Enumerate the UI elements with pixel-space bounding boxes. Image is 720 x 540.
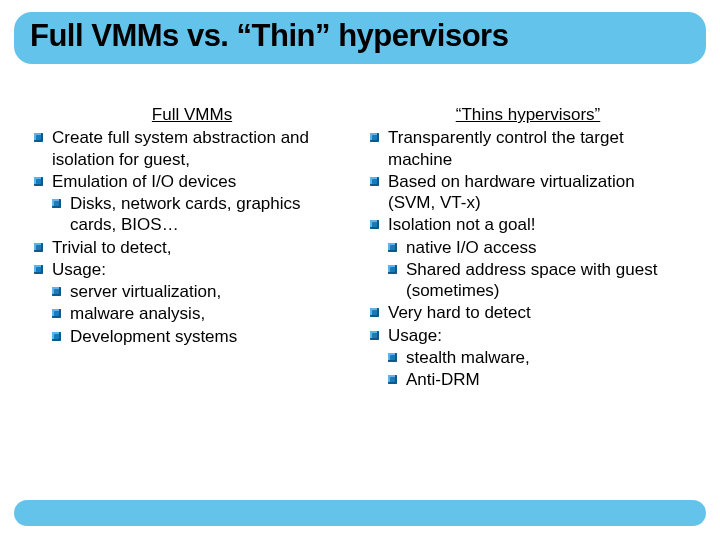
list-item-text: Transparently control the target machine (388, 128, 624, 168)
list-item: Transparently control the target machine (370, 127, 686, 170)
list-item-text: Anti-DRM (406, 370, 480, 389)
title-bar: Full VMMs vs. “Thin” hypervisors (14, 12, 706, 64)
left-heading: Full VMMs (34, 104, 350, 125)
list-item-text: Disks, network cards, graphics cards, BI… (70, 194, 301, 234)
list-item-text: stealth malware, (406, 348, 530, 367)
list-item-text: Usage: (52, 260, 106, 279)
sub-list: native I/O accessShared address space wi… (388, 237, 686, 302)
list-item-text: Emulation of I/O devices (52, 172, 236, 191)
sub-list: stealth malware,Anti-DRM (388, 347, 686, 391)
list-item: Usage:server virtualization,malware anal… (34, 259, 350, 347)
sub-list: server virtualization,malware analysis,D… (52, 281, 350, 347)
list-item-text: Isolation not a goal! (388, 215, 535, 234)
right-heading: “Thins hypervisors” (370, 104, 686, 125)
list-item: server virtualization, (52, 281, 350, 302)
list-item: Create full system abstraction and isola… (34, 127, 350, 170)
left-list: Create full system abstraction and isola… (34, 127, 350, 347)
list-item-text: Shared address space with guest (sometim… (406, 260, 657, 300)
list-item-text: Trivial to detect, (52, 238, 171, 257)
content-area: Full VMMs Create full system abstraction… (0, 64, 720, 391)
list-item-text: server virtualization, (70, 282, 221, 301)
right-column: “Thins hypervisors” Transparently contro… (370, 104, 686, 391)
left-column: Full VMMs Create full system abstraction… (34, 104, 350, 391)
list-item: Trivial to detect, (34, 237, 350, 258)
list-item-text: Create full system abstraction and isola… (52, 128, 309, 168)
list-item: native I/O access (388, 237, 686, 258)
slide-title: Full VMMs vs. “Thin” hypervisors (30, 18, 690, 54)
sub-list: Disks, network cards, graphics cards, BI… (52, 193, 350, 236)
list-item: Anti-DRM (388, 369, 686, 390)
list-item-text: Usage: (388, 326, 442, 345)
right-list: Transparently control the target machine… (370, 127, 686, 390)
bottom-bar (14, 500, 706, 526)
list-item: Shared address space with guest (sometim… (388, 259, 686, 302)
list-item: Based on hardware virtualization (SVM, V… (370, 171, 686, 214)
list-item-text: native I/O access (406, 238, 536, 257)
list-item-text: Very hard to detect (388, 303, 531, 322)
list-item: Development systems (52, 326, 350, 347)
list-item: stealth malware, (388, 347, 686, 368)
list-item-text: Development systems (70, 327, 237, 346)
list-item: Isolation not a goal!native I/O accessSh… (370, 214, 686, 301)
list-item-text: Based on hardware virtualization (SVM, V… (388, 172, 635, 212)
list-item: Very hard to detect (370, 302, 686, 323)
list-item: Emulation of I/O devicesDisks, network c… (34, 171, 350, 236)
list-item-text: malware analysis, (70, 304, 205, 323)
list-item: Usage:stealth malware,Anti-DRM (370, 325, 686, 391)
list-item: malware analysis, (52, 303, 350, 324)
list-item: Disks, network cards, graphics cards, BI… (52, 193, 350, 236)
